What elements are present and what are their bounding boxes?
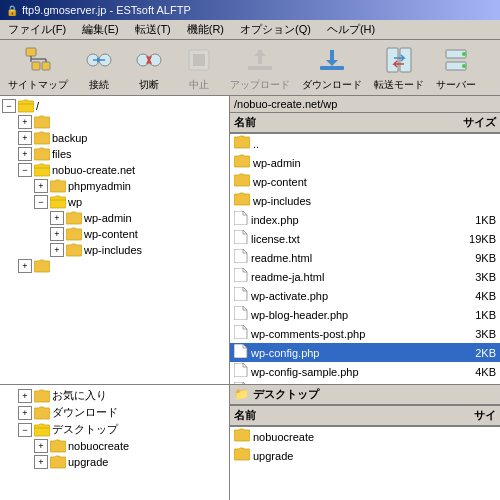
title-bar: 🔒 ftp9.gmoserver.jp - ESTsoft ALFTP: [0, 0, 500, 20]
tree-item-wp-content[interactable]: + wp-content: [2, 226, 227, 242]
tree-item-wp[interactable]: − wp: [2, 194, 227, 210]
folder-icon-favorites: [34, 389, 50, 403]
expander-nobuocreate[interactable]: +: [34, 439, 48, 453]
tree-label-wp: wp: [68, 196, 82, 208]
folder-icon-upgrade: [50, 455, 66, 469]
menu-item-edit[interactable]: 編集(E): [74, 20, 127, 39]
expander-upgrade[interactable]: +: [34, 455, 48, 469]
file-row-wp-content[interactable]: wp-content: [230, 172, 500, 191]
file-name-wp-includes: wp-includes: [253, 195, 436, 207]
expander-nobuo-create[interactable]: −: [18, 163, 32, 177]
expander-desktop[interactable]: −: [18, 423, 32, 437]
file-row-nobuocreate[interactable]: nobuocreate: [230, 427, 500, 446]
menu-item-help[interactable]: ヘルプ(H): [319, 20, 383, 39]
tree-label-backup: backup: [52, 132, 87, 144]
expander-wp[interactable]: −: [34, 195, 48, 209]
tree-item-files[interactable]: + files: [2, 146, 227, 162]
local-col-name: 名前: [234, 408, 436, 423]
tree-item-upgrade[interactable]: + upgrade: [2, 454, 227, 470]
folder-icon-local: 📁: [234, 387, 249, 402]
expander-backup[interactable]: +: [18, 131, 32, 145]
col-size-label: サイズ: [436, 115, 496, 130]
toolbar-disconnect[interactable]: 切断: [126, 42, 172, 94]
toolbar-server[interactable]: サーバー: [432, 42, 480, 94]
tree-label-nobuo-create: nobuo-create.net: [52, 164, 135, 176]
toolbar-transfer-mode[interactable]: 転送モード: [370, 42, 428, 94]
file-row-wp-activate-php[interactable]: wp-activate.php4KB: [230, 286, 500, 305]
menu-item-function[interactable]: 機能(R): [179, 20, 232, 39]
tree-item-noname2[interactable]: +: [2, 258, 227, 274]
file-row-readme-html[interactable]: readme.html9KB: [230, 248, 500, 267]
file-icon-wp-config-sample-php: [234, 363, 248, 380]
tree-item-nobuo-create[interactable]: − nobuo-create.net: [2, 162, 227, 178]
download-label: ダウンロード: [302, 78, 362, 92]
menu-item-file[interactable]: ファイル(F): [0, 20, 74, 39]
file-row-wp-config-sample-php[interactable]: wp-config-sample.php4KB: [230, 362, 500, 381]
tree-item-nobuocreate[interactable]: + nobuocreate: [2, 438, 227, 454]
expander-favorites[interactable]: +: [18, 389, 32, 403]
toolbar-download[interactable]: ダウンロード: [298, 42, 366, 94]
svg-rect-2: [42, 62, 50, 70]
file-row-wp-includes[interactable]: wp-includes: [230, 191, 500, 210]
expander-noname1[interactable]: +: [18, 115, 32, 129]
expander-wp-includes[interactable]: +: [50, 243, 64, 257]
expander-noname2[interactable]: +: [18, 259, 32, 273]
tree-label-favorites: お気に入り: [52, 388, 107, 403]
menu-item-transfer[interactable]: 転送(T): [127, 20, 179, 39]
upload-label: アップロード: [230, 78, 290, 92]
expander-wp-content[interactable]: +: [50, 227, 64, 241]
file-row-license-txt[interactable]: license.txt19KB: [230, 229, 500, 248]
folder-icon-noname1: [34, 115, 50, 129]
file-row-wp-admin[interactable]: wp-admin: [230, 153, 500, 172]
expander-phpmyadmin[interactable]: +: [34, 179, 48, 193]
tree-item-root[interactable]: − /: [2, 98, 227, 114]
right-pane-local[interactable]: 📁 デスクトップ 名前 サイ nobuocreate upgrade: [230, 385, 500, 500]
file-size-wp-config-php: 2KB: [436, 347, 496, 359]
file-name-wp-comments-post-php: wp-comments-post.php: [251, 328, 436, 340]
tree-item-desktop[interactable]: − デスクトップ: [2, 421, 227, 438]
file-name-nobuocreate: nobuocreate: [253, 431, 436, 443]
transfer-mode-icon: [383, 44, 415, 76]
file-name-index-php: index.php: [251, 214, 436, 226]
tree-item-wp-admin[interactable]: + wp-admin: [2, 210, 227, 226]
svg-rect-17: [320, 66, 344, 70]
expander-root[interactable]: −: [2, 99, 16, 113]
file-name-license-txt: license.txt: [251, 233, 436, 245]
file-row-index-php[interactable]: index.php1KB: [230, 210, 500, 229]
tree-label-wp-includes: wp-includes: [84, 244, 142, 256]
right-pane-remote[interactable]: /nobuo-create.net/wp 名前 サイズ .. wp-admin …: [230, 96, 500, 385]
stop-icon: [183, 44, 215, 76]
menu-item-option[interactable]: オプション(Q): [232, 20, 319, 39]
stop-label: 中止: [189, 78, 209, 92]
file-row-wp-config-php[interactable]: wp-config.php2KB: [230, 343, 500, 362]
toolbar-connect[interactable]: 接続: [76, 42, 122, 94]
tree-item-downloads[interactable]: + ダウンロード: [2, 404, 227, 421]
tree-item-favorites[interactable]: + お気に入り: [2, 387, 227, 404]
file-size-readme-ja-html: 3KB: [436, 271, 496, 283]
remote-path: /nobuo-create.net/wp: [230, 96, 500, 113]
left-pane-local[interactable]: + お気に入り+ ダウンロード− デスクトップ+ nobuocreate+ up…: [0, 385, 229, 500]
toolbar-sitemap[interactable]: サイトマップ: [4, 42, 72, 94]
expander-files[interactable]: +: [18, 147, 32, 161]
toolbar-upload: アップロード: [226, 42, 294, 94]
tree-item-wp-includes[interactable]: + wp-includes: [2, 242, 227, 258]
expander-wp-admin[interactable]: +: [50, 211, 64, 225]
file-name-readme-html: readme.html: [251, 252, 436, 264]
svg-point-9: [137, 54, 149, 66]
left-pane-tree[interactable]: − /+ + backup+ files− nobuo-create.net+ …: [0, 96, 229, 385]
file-row-readme-ja-html[interactable]: readme-ja.html3KB: [230, 267, 500, 286]
tree-item-noname1[interactable]: +: [2, 114, 227, 130]
file-row-dotdot[interactable]: ..: [230, 134, 500, 153]
svg-rect-14: [193, 54, 205, 66]
file-row-wp-comments-post-php[interactable]: wp-comments-post.php3KB: [230, 324, 500, 343]
folder-icon-wp-content: [66, 227, 82, 241]
file-size-wp-config-sample-php: 4KB: [436, 366, 496, 378]
file-name-wp-config-sample-php: wp-config-sample.php: [251, 366, 436, 378]
file-row-upgrade[interactable]: upgrade: [230, 446, 500, 465]
tree-item-backup[interactable]: + backup: [2, 130, 227, 146]
file-row-wp-blog-header-php[interactable]: wp-blog-header.php1KB: [230, 305, 500, 324]
svg-point-10: [149, 54, 161, 66]
expander-downloads[interactable]: +: [18, 406, 32, 420]
tree-item-phpmyadmin[interactable]: + phpmyadmin: [2, 178, 227, 194]
disconnect-label: 切断: [139, 78, 159, 92]
